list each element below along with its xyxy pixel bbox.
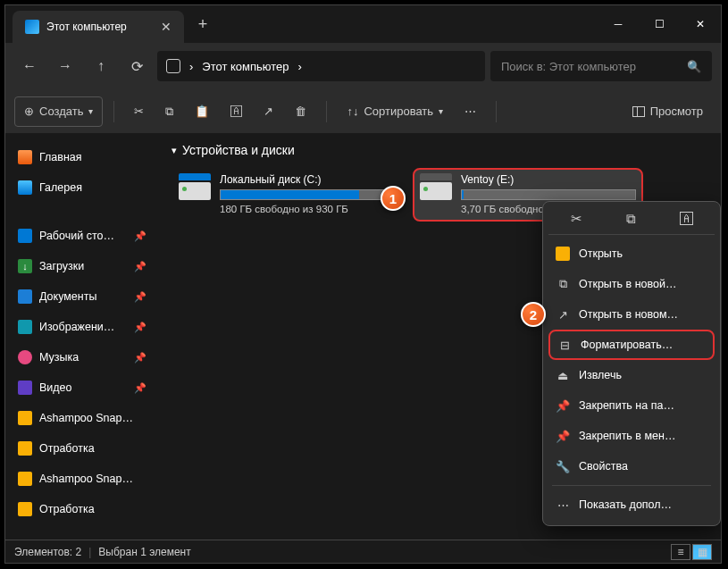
rename-button[interactable]: 🄰 [222,96,251,127]
ctx-pin-taskbar[interactable]: 📌Закрепить на па… [548,390,715,421]
ctx-show-more[interactable]: ⋯Показать допол… [548,490,715,520]
pin-icon: 📌 [134,322,146,333]
cut-button[interactable]: ✂ [125,96,153,127]
search-icon: 🔍 [687,60,701,73]
sidebar-item-pictures[interactable]: Изображени…📌 [11,313,154,341]
drive-capacity-bar [461,189,636,200]
sidebar-item-folder[interactable]: Отработка [11,495,154,523]
desktop-icon [18,229,32,243]
drive-space: 180 ГБ свободно из 930 ГБ [220,204,395,214]
copy-icon[interactable]: ⧉ [626,211,636,227]
eject-icon: ⏏ [556,368,570,382]
view-toggle: ≡ ▦ [671,544,712,560]
drive-name: Локальный диск (C:) [220,173,395,186]
close-tab-icon[interactable]: ✕ [161,20,172,34]
divider [496,101,497,122]
maximize-button[interactable]: ☐ [639,5,680,43]
ctx-format[interactable]: ⊟Форматировать… [548,330,715,360]
delete-button[interactable]: 🗑 [286,96,315,127]
sidebar-item-gallery[interactable]: Галерея [11,173,154,202]
more-icon: ⋯ [556,498,570,512]
pin-icon: 📌 [134,261,146,272]
breadcrumb[interactable]: › Этот компьютер › [157,51,485,81]
sidebar-item-home[interactable]: Главная [11,143,154,172]
pin-icon: 📌 [134,291,146,303]
sidebar-item-folder[interactable]: Отработка [11,434,154,463]
refresh-button[interactable]: ⟳ [121,51,152,81]
search-placeholder: Поиск в: Этот компьютер [501,60,636,73]
new-tab-button[interactable]: + [198,15,208,34]
cut-icon[interactable]: ✂ [571,211,582,227]
ctx-open-new-window[interactable]: ↗Открыть в новом… [548,299,715,330]
sidebar-item-desktop[interactable]: Рабочий сто…📌 [11,222,154,250]
status-bar: Элементов: 2 | Выбран 1 элемент ≡ ▦ [5,540,721,563]
ctx-open[interactable]: Открыть [548,238,715,269]
sidebar-item-music[interactable]: Музыка📌 [11,343,154,372]
address-bar: ← → ↑ ⟳ › Этот компьютер › Поиск в: Этот… [5,43,721,89]
section-header[interactable]: ▾ Устройства и диски [172,143,708,157]
folder-icon [18,472,32,486]
documents-icon [18,289,32,304]
sidebar-item-folder[interactable]: Ashampoo Snap… [11,464,154,493]
forward-button[interactable]: → [50,51,80,81]
minimize-button[interactable]: ─ [598,5,639,43]
create-button[interactable]: ⊕ Создать ▾ [14,96,103,127]
context-quickbar: ✂ ⧉ 🄰 [548,207,715,235]
videos-icon [18,381,32,395]
divider [326,101,327,122]
plus-icon: ⊕ [24,105,34,118]
up-button[interactable]: ↑ [86,51,116,81]
ctx-open-new-tab[interactable]: ⧉Открыть в новой… [548,269,715,299]
toolbar: ⊕ Создать ▾ ✂ ⧉ 📋 🄰 ↗ 🗑 ↑↓ Сортировать ▾… [5,89,721,134]
search-input[interactable]: Поиск в: Этот компьютер 🔍 [490,51,712,81]
delete-icon: 🗑 [295,105,306,118]
cut-icon: ✂ [134,105,144,118]
pin-icon: 📌 [556,429,570,443]
new-tab-icon: ⧉ [556,277,570,291]
sidebar-item-folder[interactable]: Ashampoo Snap… [11,404,154,432]
rename-icon[interactable]: 🄰 [680,211,693,227]
rename-icon: 🄰 [230,105,242,118]
downloads-icon: ↓ [18,259,32,273]
folder-icon [18,502,32,516]
drive-capacity-bar [220,189,395,200]
share-button[interactable]: ↗ [255,96,282,127]
pictures-icon [18,320,32,334]
context-menu: ✂ ⧉ 🄰 Открыть ⧉Открыть в новой… ↗Открыть… [542,201,721,526]
annotation-marker-2: 2 [521,302,546,327]
chevron-right-icon: › [298,60,302,73]
sidebar-item-documents[interactable]: Документы📌 [11,282,154,311]
back-button[interactable]: ← [14,51,45,81]
chevron-right-icon: › [189,60,193,73]
copy-button[interactable]: ⧉ [156,96,182,127]
ctx-eject[interactable]: ⏏Извлечь [548,360,715,390]
sort-button[interactable]: ↑↓ Сортировать ▾ [338,96,452,127]
ctx-properties[interactable]: 🔧Свойства [548,451,715,481]
tiles-view-button[interactable]: ▦ [692,544,712,560]
ctx-pin-start[interactable]: 📌Закрепить в мен… [548,421,715,451]
format-icon: ⊟ [557,338,572,352]
paste-button[interactable]: 📋 [186,96,218,127]
status-selected: Выбран 1 элемент [98,546,190,558]
folder-icon [18,441,32,456]
tab-title: Этот компьютер [46,21,127,33]
chevron-down-icon: ▾ [172,145,177,156]
more-button[interactable]: ⋯ [456,96,485,127]
chevron-down-icon: ▾ [439,106,443,116]
pin-icon: 📌 [134,352,146,364]
breadcrumb-segment[interactable]: Этот компьютер [202,60,289,73]
list-view-button[interactable]: ≡ [671,544,690,560]
sidebar-item-downloads[interactable]: ↓Загрузки📌 [11,252,154,280]
drive-c[interactable]: Локальный диск (C:) 180 ГБ свободно из 9… [172,168,402,222]
pin-icon: 📌 [556,398,570,413]
drive-icon [179,173,211,200]
home-icon [18,150,32,164]
close-button[interactable]: ✕ [680,5,721,43]
music-icon [18,350,32,364]
body: Главная Галерея Рабочий сто…📌 ↓Загрузки📌… [5,134,721,541]
view-button[interactable]: Просмотр [623,96,712,127]
divider [113,101,114,122]
sidebar-item-videos[interactable]: Видео📌 [11,373,154,402]
tab-this-pc[interactable]: Этот компьютер ✕ [13,11,184,43]
main-content: ▾ Устройства и диски Локальный диск (C:)… [159,134,721,541]
